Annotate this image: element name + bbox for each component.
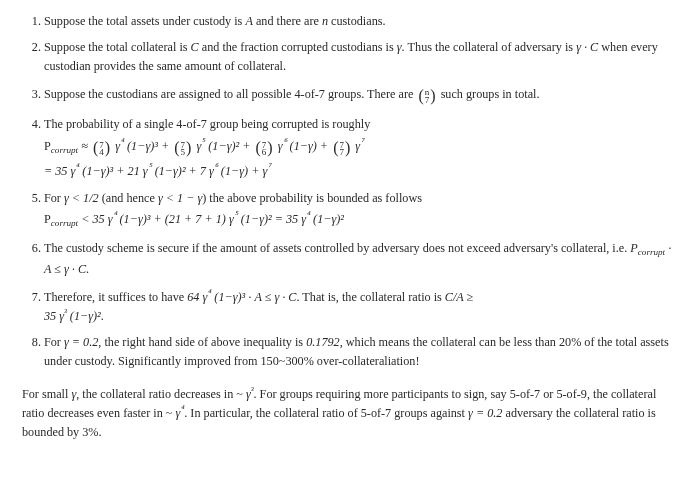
item-8-text: For γ = 0.2, the right hand side of abov… [44,335,669,367]
item-4-formula-2: = 35 γ⁴ (1−γ)³ + 21 γ⁵ (1−γ)² + 7 γ⁶ (1−… [44,161,678,180]
item-2-text: Suppose the total collateral is C and th… [44,40,658,72]
list-item-3: Suppose the custodians are assigned to a… [44,83,678,107]
item-4-formula-1: Pcorrupt ≈ 74 γ⁴ (1−γ)³ + 75 γ⁵ (1−γ)² +… [44,135,678,159]
list-item-7: Therefore, it suffices to have 64 γ⁴ (1−… [44,287,678,326]
closing-note-text: For small γ, the collateral ratio decrea… [22,387,656,439]
formula-pcorrupt-bound: Pcorrupt < 35 γ⁴ (1−γ)³ + (21 + 7 + 1) γ… [44,212,344,226]
list-item-2: Suppose the total collateral is C and th… [44,38,678,75]
binom-bot: 7 [425,97,430,105]
item-5-formula: Pcorrupt < 35 γ⁴ (1−γ)³ + (21 + 7 + 1) γ… [44,209,678,231]
binom-n-7: n7 [416,83,437,107]
formula-pcorrupt-expand: Pcorrupt ≈ 74 γ⁴ (1−γ)³ + 75 γ⁵ (1−γ)² +… [44,139,364,153]
list-item-4: The probability of a single 4-of-7 group… [44,115,678,181]
item-1-text: Suppose the total assets under custody i… [44,14,386,28]
item-5-text: For γ < 1/2 (and hence γ < 1 − γ) the ab… [44,191,422,205]
numbered-list: Suppose the total assets under custody i… [22,12,678,370]
formula-ratio-bound: 35 γ³ (1−γ)². [44,309,104,323]
item-3-text-a: Suppose the custodians are assigned to a… [44,87,416,101]
item-4-text: The probability of a single 4-of-7 group… [44,117,370,131]
list-item-5: For γ < 1/2 (and hence γ < 1 − γ) the ab… [44,189,678,232]
item-6-text: The custody scheme is secure if the amou… [44,241,671,276]
page: Suppose the total assets under custody i… [0,0,700,463]
item-7-text-b: 35 γ³ (1−γ)². [44,306,678,325]
formula-pcorrupt-numeric: = 35 γ⁴ (1−γ)³ + 21 γ⁵ (1−γ)² + 7 γ⁶ (1−… [44,164,271,178]
item-7-text-a: Therefore, it suffices to have 64 γ⁴ (1−… [44,290,473,304]
list-item-8: For γ = 0.2, the right hand side of abov… [44,333,678,370]
closing-note: For small γ, the collateral ratio decrea… [22,384,678,441]
item-3-text-b: such groups in total. [441,87,540,101]
list-item-1: Suppose the total assets under custody i… [44,12,678,30]
list-item-6: The custody scheme is secure if the amou… [44,239,678,278]
